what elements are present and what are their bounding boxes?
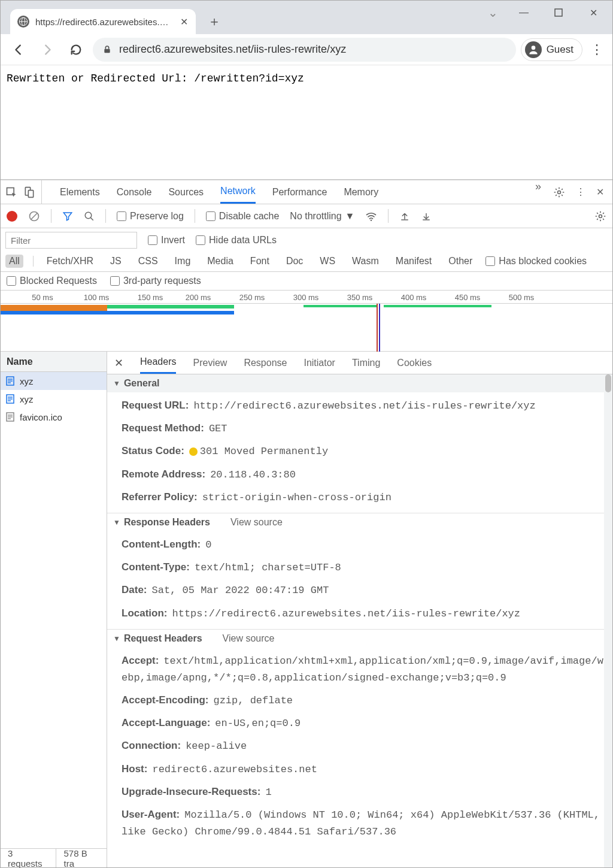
browser-tab[interactable]: https://redirect6.azurewebsites.n… ✕	[10, 9, 196, 34]
timeline-bar	[304, 305, 377, 307]
request-row[interactable]: favicon.ico	[1, 408, 107, 426]
network-timeline[interactable]: 50 ms100 ms150 ms200 ms250 ms300 ms350 m…	[1, 291, 612, 352]
third-party-checkbox[interactable]: 3rd-party requests	[110, 276, 201, 286]
minimize-button[interactable]: —	[507, 1, 541, 25]
type-filter-wasm[interactable]: Wasm	[348, 255, 383, 268]
browser-toolbar: redirect6.azurewebsites.net/iis-rules-re…	[1, 34, 612, 65]
header-value: gzip, deflate	[213, 695, 293, 706]
devtools-tab-memory[interactable]: Memory	[344, 180, 378, 204]
type-filter-js[interactable]: JS	[107, 255, 125, 268]
detail-tab-preview[interactable]: Preview	[193, 358, 227, 368]
reload-button[interactable]	[64, 38, 88, 62]
network-conditions-icon[interactable]	[365, 210, 377, 222]
clear-icon[interactable]	[28, 210, 40, 222]
timeline-bar	[107, 305, 234, 309]
back-button[interactable]	[7, 38, 31, 62]
close-icon[interactable]: ✕	[179, 17, 189, 26]
chevron-down-icon: ▼	[345, 211, 355, 222]
type-filter-ws[interactable]: WS	[316, 255, 339, 268]
devtools-tabs-bar: ElementsConsoleSourcesNetworkPerformance…	[1, 180, 612, 204]
throttling-select[interactable]: No throttling ▼	[290, 211, 354, 222]
network-toolbar: Preserve log Disable cache No throttling…	[1, 204, 612, 228]
download-icon[interactable]	[421, 211, 432, 222]
devtools-close-icon[interactable]: ✕	[596, 186, 604, 198]
header-row: Host:redirect6.azurewebsites.net	[122, 761, 604, 778]
detail-tab-response[interactable]: Response	[244, 358, 287, 368]
section-header-general[interactable]: ▼ General	[107, 374, 612, 392]
svg-point-15	[599, 214, 602, 217]
type-filter-font[interactable]: Font	[247, 255, 273, 268]
lock-icon[interactable]	[102, 45, 112, 55]
type-filter-media[interactable]: Media	[204, 255, 237, 268]
profile-button[interactable]: Guest	[521, 38, 582, 61]
triangle-down-icon: ▼	[113, 634, 120, 643]
filter-icon[interactable]	[62, 211, 73, 222]
detail-tab-cookies[interactable]: Cookies	[397, 358, 432, 368]
timeline-tick: 250 ms	[239, 293, 265, 302]
header-key: Status Code:	[122, 445, 184, 456]
detail-tab-initiator[interactable]: Initiator	[304, 358, 335, 368]
type-filter-img[interactable]: Img	[171, 255, 195, 268]
detail-tab-headers[interactable]: Headers	[140, 352, 176, 374]
devtools-tab-console[interactable]: Console	[117, 180, 152, 204]
has-blocked-cookies-checkbox[interactable]: Has blocked cookies	[485, 256, 587, 267]
devtools-tab-network[interactable]: Network	[220, 180, 256, 204]
disable-cache-checkbox[interactable]: Disable cache	[206, 211, 280, 222]
request-list-header[interactable]: Name	[1, 352, 107, 372]
timeline-tick: 150 ms	[138, 293, 163, 302]
device-toggle-icon[interactable]	[23, 186, 35, 198]
window-close-button[interactable]: ✕	[576, 1, 610, 25]
close-detail-icon[interactable]: ✕	[114, 356, 123, 370]
new-tab-button[interactable]: ＋	[204, 11, 224, 32]
gear-icon[interactable]	[553, 186, 565, 198]
inspect-icon[interactable]	[5, 186, 17, 198]
devtools-tab-sources[interactable]: Sources	[168, 180, 204, 204]
network-statusbar: 3 requests 578 B tra	[1, 848, 107, 867]
tab-title: https://redirect6.azurewebsites.n…	[35, 17, 173, 27]
request-row[interactable]: xyz	[1, 372, 107, 390]
header-key: Connection:	[122, 740, 181, 751]
request-name: favicon.ico	[20, 412, 62, 422]
section-header-request[interactable]: ▼ Request Headers View source	[107, 630, 612, 648]
devtools-tab-performance[interactable]: Performance	[272, 180, 327, 204]
detail-tab-timing[interactable]: Timing	[352, 358, 380, 368]
header-key: Remote Address:	[122, 468, 205, 480]
header-key: Request URL:	[122, 400, 189, 411]
timeline-load-marker	[377, 304, 378, 352]
filter-input[interactable]	[5, 232, 137, 249]
type-filter-all[interactable]: All	[5, 255, 23, 268]
type-filter-fetchxhr[interactable]: Fetch/XHR	[43, 255, 97, 268]
svg-line-13	[90, 217, 93, 220]
menu-button[interactable]: ⋮	[587, 42, 606, 58]
hide-data-urls-checkbox[interactable]: Hide data URLs	[196, 235, 277, 246]
request-row[interactable]: xyz	[1, 390, 107, 408]
view-source-link[interactable]: View source	[223, 633, 275, 644]
blocked-requests-checkbox[interactable]: Blocked Requests	[7, 276, 97, 286]
request-name: xyz	[20, 394, 34, 404]
upload-icon[interactable]	[399, 211, 410, 222]
more-tabs-icon[interactable]: »	[535, 180, 541, 204]
header-key: User-Agent:	[122, 809, 180, 820]
header-value: 20.118.40.3:80	[210, 469, 296, 480]
address-bar[interactable]: redirect6.azurewebsites.net/iis-rules-re…	[93, 38, 516, 62]
record-button[interactable]	[7, 211, 17, 222]
type-filter-manifest[interactable]: Manifest	[392, 255, 435, 268]
devtools-tab-elements[interactable]: Elements	[60, 180, 100, 204]
type-filter-css[interactable]: CSS	[135, 255, 162, 268]
view-source-link[interactable]: View source	[230, 517, 283, 528]
section-header-response[interactable]: ▼ Response Headers View source	[107, 513, 612, 531]
chevron-down-icon[interactable]: ⌄	[480, 5, 506, 20]
forward-button[interactable]	[35, 38, 59, 62]
scrollbar[interactable]	[604, 374, 612, 867]
search-icon[interactable]	[84, 211, 95, 222]
invert-checkbox[interactable]: Invert	[148, 235, 185, 246]
header-value: http://redirect6.azurewebsites.net/iis-r…	[193, 400, 535, 412]
header-row: User-Agent:Mozilla/5.0 (Windows NT 10.0;…	[122, 806, 604, 840]
kebab-icon[interactable]: ⋮	[576, 186, 585, 198]
scrollbar-thumb[interactable]	[605, 374, 611, 392]
maximize-button[interactable]	[542, 1, 575, 25]
type-filter-doc[interactable]: Doc	[283, 255, 306, 268]
preserve-log-checkbox[interactable]: Preserve log	[117, 211, 184, 222]
settings-gear-icon[interactable]	[594, 210, 606, 222]
type-filter-other[interactable]: Other	[445, 255, 476, 268]
